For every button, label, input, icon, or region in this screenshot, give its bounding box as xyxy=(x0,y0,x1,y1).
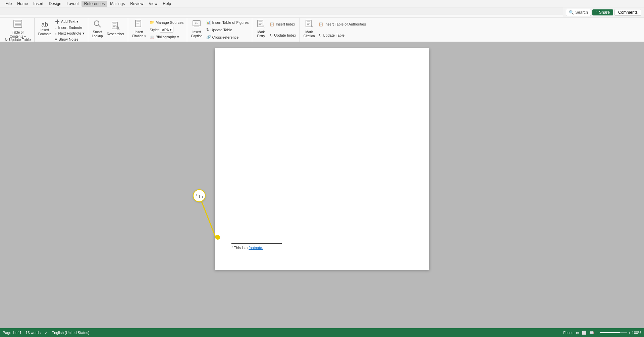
insert-footnote-button[interactable]: ab InsertFootnote xyxy=(37,19,53,39)
top-right-area: 🔍 Search ↑ Share Comments xyxy=(563,7,644,17)
update-table-auth-label: Update Table xyxy=(323,33,345,37)
insert-caption-icon: Ab xyxy=(192,19,201,30)
table-of-contents-button[interactable]: Table ofContents ▾ xyxy=(8,19,28,39)
mark-entry-button[interactable]: ✎ MarkEntry xyxy=(254,19,268,39)
toc-icon xyxy=(13,19,22,30)
menu-review[interactable]: Review xyxy=(127,1,146,7)
menu-layout[interactable]: Layout xyxy=(64,1,82,7)
share-icon: ↑ xyxy=(596,10,598,15)
insert-table-auth-icon: 📋 xyxy=(319,22,323,27)
menu-help[interactable]: Help xyxy=(160,1,174,7)
insert-index-icon: 📋 xyxy=(270,22,274,27)
cross-reference-icon: 🔗 xyxy=(206,35,211,39)
svg-text:✎: ✎ xyxy=(311,25,313,28)
menu-mailings[interactable]: Mailings xyxy=(107,1,127,7)
comments-button[interactable]: Comments xyxy=(614,9,641,16)
share-button[interactable]: ↑ Share xyxy=(592,9,613,15)
footnote-content: 1 This is a footnote. xyxy=(231,245,413,250)
researcher-label: Researcher xyxy=(107,32,124,36)
cross-reference-label: Cross-reference xyxy=(212,35,239,39)
cursor-line-svg xyxy=(215,48,429,270)
mark-citation-icon: ✎ xyxy=(305,19,314,30)
citations-small-buttons: 📁 Manage Sources Style: APA ▾ 📖 Bibliogr… xyxy=(148,19,185,41)
group-captions-buttons: Ab InsertCaption 📊 Insert Table of Figur… xyxy=(189,19,250,43)
focus-label[interactable]: Focus xyxy=(563,331,573,335)
manage-sources-button[interactable]: 📁 Manage Sources xyxy=(148,19,185,26)
captions-small-buttons: 📊 Insert Table of Figures ↻ Update Table… xyxy=(205,19,250,41)
zoom-out-icon[interactable]: – xyxy=(597,331,599,335)
zoom-slider[interactable] xyxy=(600,332,627,333)
insert-table-auth-label: Insert Table of Authorities xyxy=(325,22,366,26)
web-layout-icon[interactable]: ⬜ xyxy=(582,331,587,335)
insert-citation-icon: + xyxy=(135,19,143,30)
svg-line-30 xyxy=(199,196,216,239)
researcher-button[interactable]: Researcher xyxy=(105,19,126,39)
insert-footnote-label: InsertFootnote xyxy=(38,28,51,36)
group-research-buttons: SmartLookup Researcher xyxy=(90,19,126,43)
bibliography-button[interactable]: 📖 Bibliography ▾ xyxy=(148,34,185,41)
footnote-superscript: 1 xyxy=(231,245,233,248)
smart-lookup-icon xyxy=(93,19,102,30)
next-footnote-button[interactable]: ↕ Next Footnote ▾ xyxy=(54,31,86,36)
print-layout-icon[interactable]: ▭ xyxy=(576,331,579,335)
mark-citation-button[interactable]: ✎ MarkCitation xyxy=(302,19,317,39)
bibliography-icon: 📖 xyxy=(150,35,154,39)
update-index-button[interactable]: ↻ Update Index xyxy=(268,32,297,39)
search-label: Search xyxy=(575,10,588,15)
menu-file[interactable]: File xyxy=(3,1,14,7)
zoom-slider-fill xyxy=(600,332,620,333)
read-mode-icon[interactable]: 📖 xyxy=(589,331,594,335)
insert-caption-button[interactable]: Ab InsertCaption xyxy=(189,19,204,39)
insert-citation-button[interactable]: + InsertCitation ▾ xyxy=(130,19,148,39)
add-text-button[interactable]: ➕ Add Text ▾ xyxy=(54,19,86,25)
group-toc-buttons: Table ofContents ▾ ↻ Update Table xyxy=(3,19,32,43)
group-footnotes-buttons: ab InsertFootnote ➕ Add Text ▾ ↓ Insert … xyxy=(37,19,86,43)
cross-reference-button[interactable]: 🔗 Cross-reference xyxy=(205,34,250,41)
zoom-percent: 100% xyxy=(632,331,641,335)
show-notes-label: Show Notes xyxy=(59,37,78,41)
language: English (United States) xyxy=(52,331,90,335)
footnote-link[interactable]: footnote. xyxy=(249,246,263,250)
menu-design[interactable]: Design xyxy=(46,1,64,7)
svg-text:✎: ✎ xyxy=(262,25,265,28)
svg-text:Ab: Ab xyxy=(195,22,198,25)
insert-footnote-icon: ab xyxy=(41,21,48,28)
search-bar[interactable]: 🔍 Search xyxy=(566,9,591,16)
menu-bar: File Home Insert Design Layout Reference… xyxy=(0,0,644,7)
smart-lookup-button[interactable]: SmartLookup xyxy=(90,19,105,39)
menu-view[interactable]: View xyxy=(146,1,160,7)
insert-table-auth-button[interactable]: 📋 Insert Table of Authorities xyxy=(317,21,367,28)
mark-entry-icon: ✎ xyxy=(257,19,265,30)
next-footnote-icon: ↕ xyxy=(55,32,57,36)
menu-home[interactable]: Home xyxy=(14,1,31,7)
document-page[interactable]: 1 Th 1 This is a footnote. xyxy=(215,48,429,270)
researcher-icon xyxy=(111,21,120,32)
insert-citation-label: InsertCitation ▾ xyxy=(132,30,146,38)
status-right: Focus ▭ ⬜ 📖 – + 100% xyxy=(563,331,641,335)
page-info: Page 1 of 1 xyxy=(3,331,21,335)
word-count: 13 words xyxy=(25,331,41,335)
zoom-in-icon[interactable]: + xyxy=(628,331,630,335)
smart-lookup-label: SmartLookup xyxy=(92,30,103,38)
insert-endnote-button[interactable]: ↓ Insert Endnote xyxy=(54,25,86,30)
svg-line-6 xyxy=(98,25,101,27)
menu-references[interactable]: References xyxy=(82,1,107,7)
insert-table-figures-icon: 📊 xyxy=(206,20,211,25)
update-index-label: Update Index xyxy=(274,33,296,37)
update-table-auth-button[interactable]: ↻ Update Table xyxy=(317,32,367,39)
ribbon-tabs xyxy=(0,15,644,17)
insert-table-figures-label: Insert Table of Figures xyxy=(212,20,249,25)
zoom-bar: – + 100% xyxy=(597,331,641,335)
insert-index-button[interactable]: 📋 Insert Index xyxy=(268,21,297,28)
footnote-text-content: This is a xyxy=(234,246,248,250)
mark-citation-label: MarkCitation xyxy=(304,30,315,38)
add-text-label: Add Text ▾ xyxy=(61,19,78,24)
update-table-cap-button[interactable]: ↻ Update Table xyxy=(205,27,250,33)
footnote-separator xyxy=(231,243,282,244)
style-select[interactable]: APA ▾ xyxy=(160,27,173,33)
svg-point-5 xyxy=(94,21,99,26)
menu-insert[interactable]: Insert xyxy=(31,1,46,7)
style-selector[interactable]: Style: APA ▾ xyxy=(148,27,185,33)
insert-table-of-figures-button[interactable]: 📊 Insert Table of Figures xyxy=(205,19,250,26)
show-notes-button[interactable]: ≡ Show Notes xyxy=(54,37,86,42)
